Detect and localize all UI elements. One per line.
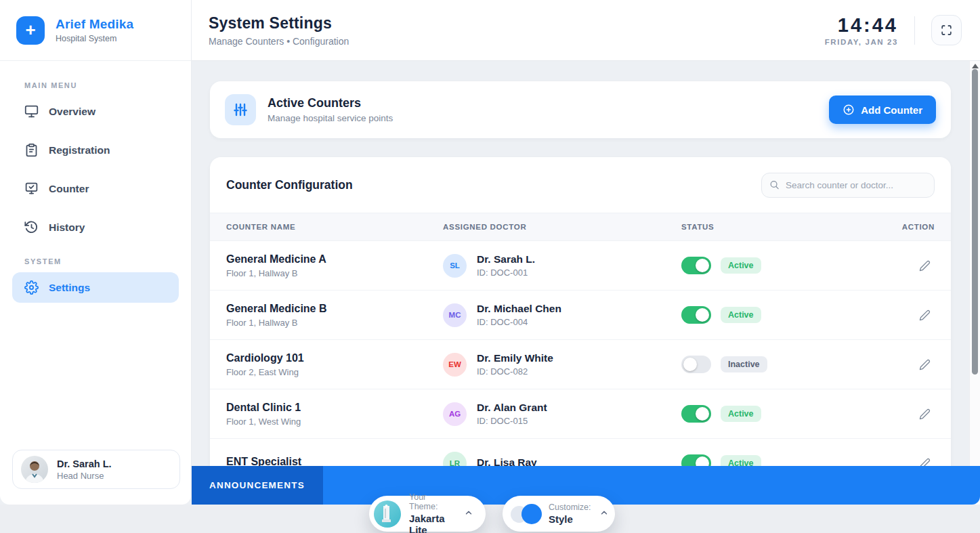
doctor-cell: MCDr. Michael ChenID: DOC-004 bbox=[443, 303, 681, 327]
sidebar-item-history[interactable]: History bbox=[12, 212, 179, 242]
chevron-up-icon bbox=[464, 508, 473, 520]
doctor-avatar: AG bbox=[443, 402, 467, 426]
scrollbar-up-arrow-icon[interactable] bbox=[972, 64, 979, 68]
user-avatar bbox=[21, 456, 48, 483]
doctor-id: ID: DOC-004 bbox=[477, 317, 561, 327]
edit-pencil-icon bbox=[919, 359, 931, 370]
search-icon bbox=[769, 180, 780, 190]
search-input[interactable] bbox=[761, 173, 935, 198]
doctor-cell: SLDr. Sarah L.ID: DOC-001 bbox=[443, 253, 681, 278]
card-title: Active Counters bbox=[268, 96, 393, 110]
bottom-strip bbox=[0, 505, 980, 533]
counter-location: Floor 2, East Wing bbox=[226, 367, 443, 377]
edit-button[interactable] bbox=[914, 305, 935, 325]
style-toggle-icon bbox=[511, 504, 540, 524]
scrollbar-thumb[interactable] bbox=[972, 69, 978, 375]
edit-button[interactable] bbox=[914, 354, 935, 375]
customize-style-pill[interactable]: Customize: Style bbox=[503, 496, 615, 532]
user-role: Head Nurse bbox=[57, 471, 112, 481]
table-header: COUNTER NAME ASSIGNED DOCTOR STATUS ACTI… bbox=[210, 213, 951, 241]
chevron-up-icon bbox=[599, 508, 609, 520]
status-toggle[interactable] bbox=[681, 257, 711, 274]
page-title: System Settings bbox=[209, 14, 349, 33]
gear-icon bbox=[24, 280, 39, 295]
brand-name: Arief Medika bbox=[56, 17, 133, 32]
doctor-id: ID: DOC-001 bbox=[477, 268, 535, 278]
divider bbox=[914, 16, 915, 45]
edit-pencil-icon bbox=[919, 408, 931, 420]
status-toggle[interactable] bbox=[681, 405, 711, 423]
brand: + Arief Medika Hospital System bbox=[0, 0, 191, 61]
sidebar: + Arief Medika Hospital System MAIN MENU… bbox=[0, 0, 192, 505]
doctor-id: ID: DOC-015 bbox=[477, 416, 547, 426]
edit-button[interactable] bbox=[914, 404, 935, 424]
counter-location: Floor 1, West Wing bbox=[226, 417, 443, 427]
card-subtitle: Manage hospital service points bbox=[268, 113, 393, 123]
theme-label: Your Theme: bbox=[409, 492, 456, 511]
clipboard-icon bbox=[24, 143, 39, 157]
nav-section-system: SYSTEM bbox=[24, 257, 167, 265]
doctor-name: Dr. Sarah L. bbox=[477, 253, 535, 265]
edit-pencil-icon bbox=[919, 260, 931, 272]
table-row: Dental Clinic 1Floor 1, West WingAGDr. A… bbox=[210, 389, 951, 439]
sidebar-item-label: History bbox=[49, 221, 85, 234]
edit-button[interactable] bbox=[914, 255, 935, 276]
status-badge: Active bbox=[721, 406, 761, 422]
sidebar-item-settings[interactable]: Settings bbox=[12, 272, 179, 303]
theme-selector-pill[interactable]: Your Theme: Jakarta Lite bbox=[369, 496, 486, 532]
active-counters-card: Active Counters Manage hospital service … bbox=[210, 81, 951, 138]
sliders-icon bbox=[225, 94, 256, 125]
announcements-tab[interactable]: ANNOUNCEMENTS bbox=[192, 466, 323, 505]
counter-name: Dental Clinic 1 bbox=[226, 402, 443, 414]
customize-value: Style bbox=[549, 513, 591, 525]
breadcrumb: Manage Counters • Configuration bbox=[209, 36, 349, 47]
counter-location: Floor 1, Hallway B bbox=[226, 268, 443, 278]
doctor-name: Dr. Emily White bbox=[477, 352, 553, 364]
table-body: General Medicine AFloor 1, Hallway BSLDr… bbox=[210, 241, 951, 488]
user-card[interactable]: Dr. Sarah L. Head Nurse bbox=[12, 450, 180, 489]
status-toggle[interactable] bbox=[681, 356, 711, 373]
sidebar-item-counter[interactable]: Counter bbox=[12, 173, 179, 204]
fullscreen-icon bbox=[941, 24, 952, 36]
table-row: General Medicine AFloor 1, Hallway BSLDr… bbox=[210, 241, 951, 291]
search-box bbox=[761, 173, 935, 198]
counter-cell: General Medicine BFloor 1, Hallway B bbox=[226, 303, 443, 328]
counter-screen-icon bbox=[24, 182, 39, 196]
nav-section-main-menu: MAIN MENU bbox=[24, 81, 167, 89]
doctor-id: ID: DOC-082 bbox=[477, 366, 553, 377]
theme-value: Jakarta Lite bbox=[409, 513, 456, 533]
sidebar-item-label: Registration bbox=[49, 144, 110, 156]
counter-name: General Medicine A bbox=[226, 253, 443, 265]
column-header-status: STATUS bbox=[681, 223, 894, 231]
doctor-avatar: MC bbox=[443, 303, 467, 327]
clock-date: FRIDAY, JAN 23 bbox=[825, 38, 898, 46]
doctor-avatar: EW bbox=[443, 353, 467, 377]
edit-pencil-icon bbox=[919, 310, 931, 321]
sidebar-item-overview[interactable]: Overview bbox=[12, 96, 179, 127]
status-cell: Active bbox=[681, 306, 894, 324]
doctor-cell: EWDr. Emily WhiteID: DOC-082 bbox=[443, 352, 681, 377]
column-header-counter-name: COUNTER NAME bbox=[226, 223, 443, 231]
sidebar-nav: MAIN MENU Overview Registration Counter … bbox=[0, 61, 191, 316]
counter-configuration-card: Counter Configuration COUNTER NAME ASSIG… bbox=[210, 157, 951, 488]
add-counter-button[interactable]: Add Counter bbox=[829, 95, 936, 124]
topbar: System Settings Manage Counters • Config… bbox=[192, 0, 980, 61]
history-clock-icon bbox=[24, 220, 39, 234]
status-cell: Active bbox=[681, 257, 894, 274]
doctor-name: Dr. Alan Grant bbox=[477, 402, 547, 414]
sidebar-item-registration[interactable]: Registration bbox=[12, 135, 179, 165]
brand-subtitle: Hospital System bbox=[56, 34, 133, 43]
status-badge: Active bbox=[721, 307, 761, 323]
scrollbar-track[interactable] bbox=[969, 61, 980, 533]
status-badge: Active bbox=[721, 257, 761, 274]
doctor-avatar: SL bbox=[443, 254, 467, 278]
column-header-assigned-doctor: ASSIGNED DOCTOR bbox=[443, 223, 681, 231]
hospital-logo-plus-icon: + bbox=[16, 16, 45, 45]
doctor-cell: AGDr. Alan GrantID: DOC-015 bbox=[443, 402, 681, 426]
theme-thumbnail-icon bbox=[374, 500, 401, 528]
counter-cell: Cardiology 101Floor 2, East Wing bbox=[226, 352, 443, 377]
status-toggle[interactable] bbox=[681, 306, 711, 324]
counter-cell: Dental Clinic 1Floor 1, West Wing bbox=[226, 402, 443, 427]
fullscreen-button[interactable] bbox=[931, 15, 962, 45]
clock-time: 14:44 bbox=[825, 14, 898, 37]
